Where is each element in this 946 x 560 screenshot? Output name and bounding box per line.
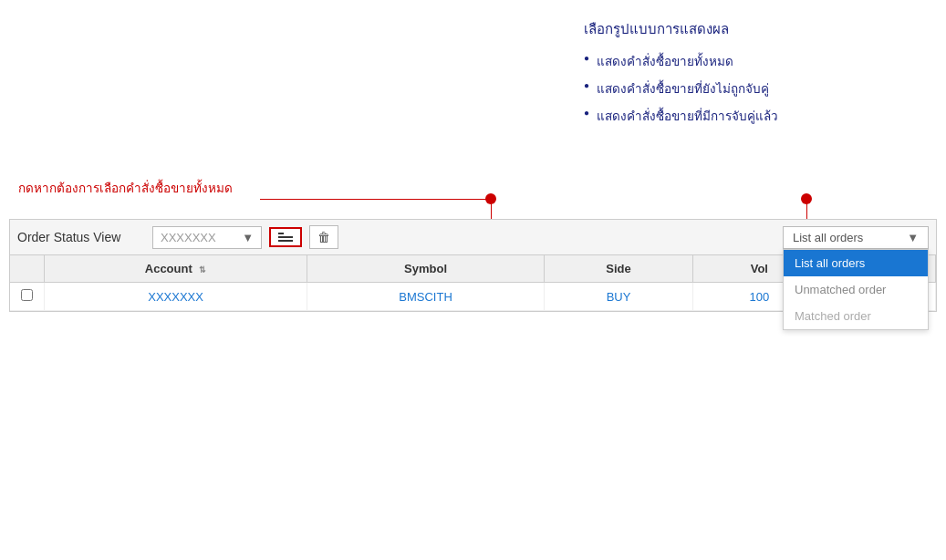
table-container: Order Status View XXXXXXX ▼ 🗑 List all o… — [9, 219, 937, 312]
account-dropdown-caret-icon: ▼ — [242, 231, 254, 244]
annotation-list: แสดงคำสั่งซื้อขายทั้งหมด แสดงคำสั่งซื้อข… — [584, 51, 921, 126]
status-dropdown-caret-icon: ▼ — [907, 231, 919, 244]
status-dropdown-menu: List all orders Unmatched order Matched … — [783, 249, 929, 330]
status-dropdown[interactable]: List all orders ▼ — [783, 226, 929, 249]
trash-icon: 🗑 — [317, 230, 330, 244]
row-checkbox[interactable] — [21, 289, 33, 301]
dropdown-option-unmatched[interactable]: Unmatched order — [784, 276, 928, 303]
status-dropdown-value: List all orders — [793, 231, 863, 244]
annotation-item-3: แสดงคำสั่งซื้อขายที่มีการจับคู่แล้ว — [584, 106, 921, 126]
row-checkbox-cell — [10, 283, 45, 311]
col-header-account[interactable]: Account ⇅ — [45, 255, 307, 283]
annotation-item-2: แสดงคำสั่งซื้อขายที่ยังไม่ถูกจับคู่ — [584, 78, 921, 99]
annotation-item-1: แสดงคำสั่งซื้อขายทั้งหมด — [584, 51, 921, 71]
annotation-title: เลือกรูปแบบการแสดงผล — [584, 18, 921, 40]
row-symbol: BMSCITH — [307, 283, 545, 311]
list-all-button[interactable] — [269, 227, 302, 247]
page-container: เลือกรูปแบบการแสดงผล แสดงคำสั่งซื้อขายทั… — [0, 0, 946, 560]
col-header-checkbox — [10, 255, 45, 283]
status-dropdown-wrapper: List all orders ▼ List all orders Unmatc… — [783, 226, 929, 249]
dropdown-option-matched[interactable]: Matched order — [784, 303, 928, 329]
account-dropdown[interactable]: XXXXXXX ▼ — [152, 226, 262, 249]
annotation-area: เลือกรูปแบบการแสดงผล แสดงคำสั่งซื้อขายทั… — [584, 18, 921, 133]
delete-button[interactable]: 🗑 — [309, 225, 338, 249]
toolbar: Order Status View XXXXXXX ▼ 🗑 List all o… — [10, 220, 936, 255]
dropdown-option-list-all[interactable]: List all orders — [784, 250, 928, 276]
sort-arrows-icon: ⇅ — [199, 265, 206, 275]
row-side: BUY — [544, 283, 692, 311]
list-icon — [278, 233, 293, 242]
arrow-line-left — [260, 199, 491, 200]
col-header-side: Side — [544, 255, 692, 283]
account-dropdown-value: XXXXXXX — [161, 231, 216, 244]
toolbar-label: Order Status View — [17, 230, 145, 244]
row-account[interactable]: XXXXXXX — [45, 283, 307, 311]
left-annotation-text: กดหากต้องการเลือกคำสั่งซื้อขายทั้งหมด — [18, 178, 255, 198]
col-header-symbol: Symbol — [307, 255, 545, 283]
